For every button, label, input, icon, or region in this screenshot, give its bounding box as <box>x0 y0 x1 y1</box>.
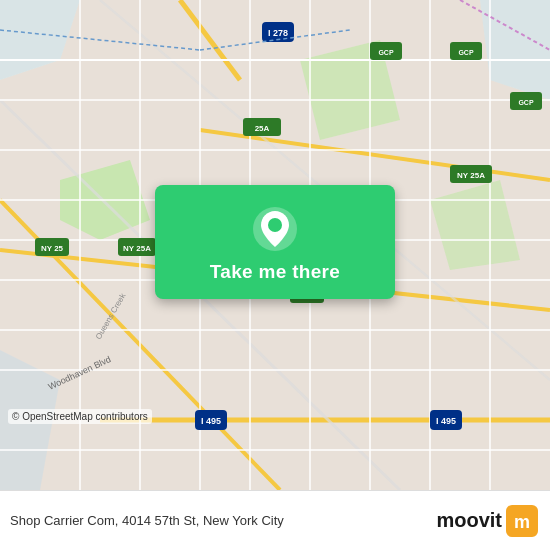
address-text: Shop Carrier Com, 4014 57th St, New York… <box>10 513 436 528</box>
svg-text:m: m <box>514 512 530 532</box>
svg-text:GCP: GCP <box>458 49 474 56</box>
location-pin-icon <box>251 205 299 253</box>
svg-text:25A: 25A <box>255 124 270 133</box>
moovit-logo: moovit m <box>436 505 538 537</box>
svg-text:I 495: I 495 <box>436 416 456 426</box>
svg-text:NY 25A: NY 25A <box>457 171 485 180</box>
moovit-brand-text: moovit <box>436 509 502 532</box>
map-container: I 278 NY 25 NY 25 NY 25A 25A NY 25A GCP … <box>0 0 550 490</box>
osm-copyright: © OpenStreetMap contributors <box>12 411 148 422</box>
svg-text:NY 25: NY 25 <box>41 244 64 253</box>
bottom-bar: Shop Carrier Com, 4014 57th St, New York… <box>0 490 550 550</box>
svg-text:GCP: GCP <box>378 49 394 56</box>
moovit-icon: m <box>506 505 538 537</box>
svg-text:I 278: I 278 <box>268 28 288 38</box>
svg-text:I 495: I 495 <box>201 416 221 426</box>
svg-point-59 <box>268 218 282 232</box>
take-me-there-button[interactable]: Take me there <box>155 185 395 299</box>
osm-credit: © OpenStreetMap contributors <box>8 409 152 424</box>
svg-text:GCP: GCP <box>518 99 534 106</box>
button-label: Take me there <box>210 261 340 283</box>
svg-text:NY 25A: NY 25A <box>123 244 151 253</box>
